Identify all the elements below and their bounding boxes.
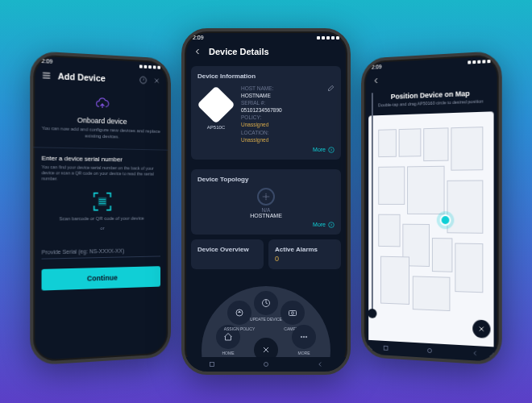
device-position-marker[interactable] [439, 214, 451, 226]
radial-camera[interactable]: CAMERA [281, 301, 305, 325]
radial-update-device[interactable]: UPDATE DEVICE [254, 291, 278, 315]
status-time: 2:09 [42, 58, 53, 64]
device-fields: HOST NAME: HOSTNAME SERIAL #: 0510123456… [241, 85, 335, 143]
device-overview-card[interactable]: Device Overview [191, 239, 264, 269]
bottom-cards: Device Overview Active Alarms 0 [191, 239, 341, 269]
svg-rect-7 [289, 311, 297, 316]
topology-icon [257, 188, 275, 206]
edit-icon[interactable] [326, 85, 335, 93]
svg-point-8 [292, 312, 294, 314]
close-icon[interactable] [153, 77, 160, 85]
svg-point-10 [303, 336, 305, 338]
status-icons [139, 64, 160, 69]
card-title: Device Information [197, 73, 335, 80]
help-icon[interactable] [139, 76, 147, 84]
serial-header: Enter a device serial number [42, 154, 161, 163]
phone-add-device: 2:09 Add Device Onboard device You can n… [30, 51, 171, 366]
qr-scan-box[interactable]: Scan barcode or QR code of your device [42, 190, 161, 222]
back-icon[interactable] [193, 47, 202, 56]
svg-point-9 [301, 336, 302, 338]
nav-recents-icon[interactable] [382, 344, 389, 352]
header: Device Details [185, 42, 347, 61]
nav-home-icon[interactable] [262, 360, 270, 368]
menu-icon[interactable] [42, 70, 52, 81]
status-time: 2:09 [372, 64, 382, 70]
active-alarms-card[interactable]: Active Alarms 0 [268, 239, 341, 269]
alarm-count: 0 [275, 255, 335, 263]
nav-back-icon[interactable] [472, 349, 480, 358]
or-divider: or [42, 225, 161, 231]
continue-button[interactable]: Continue [42, 266, 161, 290]
header-title: Add Device [58, 71, 106, 83]
serial-section: Enter a device serial number You can fin… [33, 147, 168, 238]
back-icon[interactable] [372, 76, 380, 85]
status-icons [317, 36, 339, 39]
floor-plan[interactable] [368, 111, 493, 356]
svg-point-2 [329, 147, 335, 152]
zoom-slider-thumb[interactable] [368, 309, 376, 318]
nav-recents-icon[interactable] [208, 360, 216, 368]
more-link[interactable]: More [197, 147, 335, 153]
card-title: Device Topology [197, 176, 335, 183]
onboard-title: Onboard device [38, 114, 163, 127]
android-nav-bar [185, 357, 347, 372]
onboard-section: Onboard device You can now add and confi… [33, 85, 168, 150]
topology-na: N/A [262, 207, 271, 213]
more-link[interactable]: More [197, 222, 335, 228]
svg-point-15 [428, 348, 432, 352]
device-info-card: Device Information AP510C HOST NAME: HOS… [191, 66, 341, 160]
svg-point-3 [265, 196, 268, 198]
svg-rect-12 [210, 363, 214, 367]
close-fab[interactable] [472, 319, 490, 339]
serial-sub: You can find your device serial number o… [42, 164, 161, 183]
status-time: 2:09 [193, 35, 204, 40]
svg-point-13 [264, 363, 268, 367]
phone-device-details: 2:09 Device Details Device Information A… [181, 28, 351, 375]
radial-more[interactable]: MORE [292, 325, 316, 349]
svg-rect-14 [384, 346, 388, 350]
nav-back-icon[interactable] [316, 360, 324, 368]
svg-point-11 [305, 336, 307, 338]
topology-host: HOSTNAME [250, 213, 282, 218]
nav-home-icon[interactable] [426, 347, 434, 355]
serial-input[interactable]: Provide Serial (eg: NS-XXXX-XX) [42, 244, 161, 260]
device-image [197, 85, 235, 124]
upload-icon [38, 93, 163, 114]
qr-desc: Scan barcode or QR code of your device [42, 216, 161, 222]
device-image-block: AP510C [197, 85, 235, 130]
status-icons [468, 59, 490, 64]
svg-point-4 [329, 222, 335, 227]
zoom-slider-track[interactable] [372, 93, 373, 315]
header-title: Device Details [209, 47, 269, 56]
device-topology-card: Device Topology N/A HOSTNAME More [191, 169, 341, 235]
onboard-desc: You can now add and configure new device… [38, 126, 163, 142]
status-bar: 2:09 [185, 31, 347, 42]
radial-assign-policy[interactable]: ASSIGN POLICY [227, 301, 251, 325]
phone-position-map: 2:09 Position Device on Map Double-tap a… [361, 51, 502, 366]
radial-menu: HOME ASSIGN POLICY UPDATE DEVICE CAMERA … [202, 286, 330, 359]
device-model: AP510C [197, 125, 235, 130]
